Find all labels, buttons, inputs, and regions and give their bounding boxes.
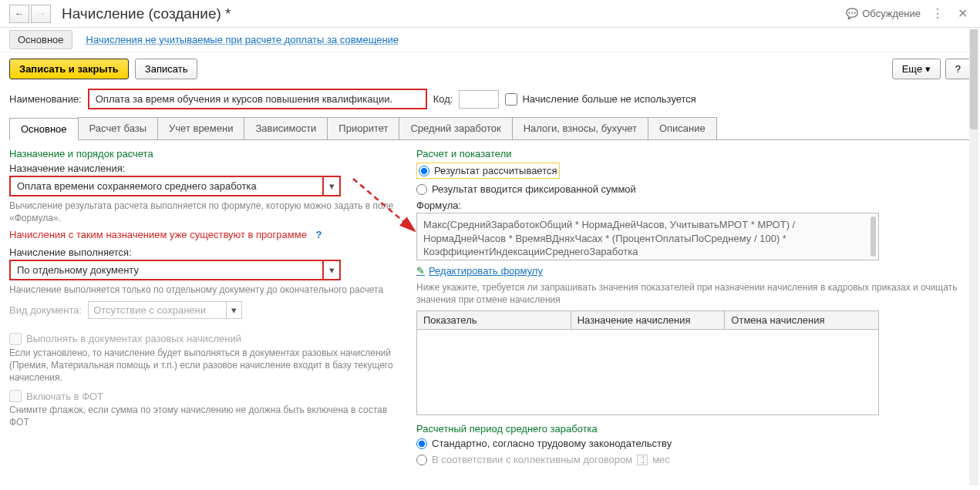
- exec-dropdown[interactable]: По отдельному документу ▾: [9, 260, 341, 280]
- chat-icon: 💬: [846, 8, 858, 19]
- nav-back-button[interactable]: ←: [9, 5, 29, 23]
- save-button[interactable]: Записать: [135, 59, 198, 79]
- more-button[interactable]: Еще ▾: [892, 59, 941, 79]
- arrow-right-icon: →: [36, 8, 46, 19]
- section-purpose-heading: Назначение и порядок расчета: [9, 148, 395, 159]
- tab-bar: Основное Расчет базы Учет времени Зависи…: [9, 117, 971, 140]
- exec-value: По отдельному документу: [11, 261, 322, 279]
- tab-base[interactable]: Расчет базы: [78, 117, 159, 139]
- formula-text: Макс(СреднийЗаработокОбщий * НормаДнейЧа…: [423, 219, 795, 257]
- radio-calculated-row[interactable]: Результат рассчитывается: [416, 163, 560, 179]
- chevron-down-icon: ▾: [226, 302, 241, 318]
- once-checkbox: [9, 333, 22, 345]
- discuss-label: Обсуждение: [862, 8, 921, 19]
- radio-period-contract-row[interactable]: В соответствии с коллективным договором …: [416, 454, 971, 465]
- disabled-checkbox-label: Начисление больше не используется: [522, 93, 695, 105]
- exec-label: Начисление выполняется:: [9, 247, 395, 258]
- radio-period-contract-label: В соответствии с коллективным договором: [432, 454, 632, 465]
- close-icon[interactable]: ✕: [955, 6, 971, 21]
- disabled-checkbox-row[interactable]: Начисление больше не используется: [505, 93, 695, 106]
- radio-fixed[interactable]: [416, 184, 427, 195]
- tab-average[interactable]: Средний заработок: [399, 117, 512, 139]
- chevron-down-icon: ▾: [322, 177, 339, 195]
- purpose-dropdown[interactable]: Оплата времени сохраняемого среднего зар…: [9, 176, 341, 196]
- th-cancel: Отмена начисления: [725, 311, 878, 330]
- tab-main[interactable]: Основное: [9, 118, 79, 140]
- subnav-link-exclusions[interactable]: Начисления не учитываемые при расчете до…: [86, 34, 399, 45]
- duplicate-warning: Начисления с таким назначением уже сущес…: [9, 229, 307, 240]
- section-calc-heading: Расчет и показатели: [416, 148, 971, 159]
- scrollbar-thumb[interactable]: [970, 29, 978, 129]
- disabled-checkbox[interactable]: [505, 93, 517, 106]
- chevron-down-icon: ▾: [925, 63, 931, 75]
- tab-desc[interactable]: Описание: [648, 117, 717, 139]
- code-input[interactable]: [459, 90, 499, 109]
- fot-checkbox-label: Включать в ФОТ: [26, 391, 103, 402]
- scrollbar-vertical[interactable]: [871, 216, 876, 257]
- radio-calculated[interactable]: [419, 166, 429, 176]
- radio-period-standard-label: Стандартно, согласно трудовому законодат…: [432, 438, 672, 449]
- tab-deps[interactable]: Зависимости: [244, 117, 328, 139]
- name-input[interactable]: Оплата за время обучения и курсов повыше…: [88, 89, 427, 109]
- tab-time[interactable]: Учет времени: [157, 117, 244, 139]
- code-label: Код:: [433, 93, 453, 105]
- tab-priority[interactable]: Приоритет: [327, 117, 399, 139]
- nav-forward-button[interactable]: →: [31, 5, 51, 23]
- radio-fixed-label: Результат вводится фиксированной суммой: [432, 183, 636, 195]
- subnav-main[interactable]: Основное: [9, 30, 72, 49]
- radio-calculated-label: Результат рассчитывается: [434, 165, 557, 176]
- doc-type-dropdown: Отсутствие с сохранени ▾: [88, 301, 242, 319]
- name-label: Наименование:: [9, 93, 82, 105]
- th-assign: Назначение начисления: [571, 311, 726, 330]
- radio-period-standard-row[interactable]: Стандартно, согласно трудовому законодат…: [416, 438, 971, 449]
- save-and-close-button[interactable]: Записать и закрыть: [9, 59, 129, 79]
- warning-help-icon[interactable]: ?: [316, 229, 322, 240]
- purpose-value: Оплата времени сохраняемого среднего зар…: [11, 177, 322, 195]
- discuss-button[interactable]: 💬 Обсуждение: [846, 8, 921, 19]
- purpose-label: Назначение начисления:: [9, 163, 395, 174]
- kebab-menu-icon[interactable]: ⋮: [928, 6, 947, 21]
- edit-formula-label: Редактировать формулу: [429, 265, 543, 277]
- tab-taxes[interactable]: Налоги, взносы, бухучет: [512, 117, 648, 139]
- once-hint: Если установлено, то начисление будет вы…: [9, 347, 395, 384]
- indicators-table: Показатель Назначение начисления Отмена …: [416, 310, 879, 415]
- th-indicator: Показатель: [417, 311, 571, 330]
- doc-type-value: Отсутствие с сохранени: [89, 302, 226, 318]
- edit-formula-link[interactable]: ✎ Редактировать формулу: [416, 265, 971, 277]
- radio-period-standard[interactable]: [416, 438, 427, 449]
- pencil-icon: ✎: [416, 265, 425, 277]
- fot-hint: Снимите флажок, если сумма по этому начи…: [9, 404, 395, 428]
- table-hint: Ниже укажите, требуется ли запрашивать з…: [416, 281, 971, 306]
- page-scrollbar[interactable]: [969, 29, 978, 485]
- help-button[interactable]: ?: [945, 59, 971, 79]
- once-checkbox-label: Выполнять в документах разовых начислени…: [26, 333, 241, 344]
- months-input: [637, 455, 648, 465]
- page-title: Начисление (создание) *: [62, 5, 231, 22]
- fot-checkbox: [9, 390, 22, 402]
- formula-label: Формула:: [416, 200, 971, 211]
- exec-hint: Начисление выполняется только по отдельн…: [9, 284, 395, 296]
- radio-period-contract[interactable]: [416, 455, 427, 465]
- chevron-down-icon: ▾: [322, 261, 339, 279]
- table-body-empty[interactable]: [417, 330, 878, 414]
- radio-fixed-row[interactable]: Результат вводится фиксированной суммой: [416, 183, 971, 195]
- formula-textarea[interactable]: Макс(СреднийЗаработокОбщий * НормаДнейЧа…: [416, 213, 879, 260]
- months-suffix: мес: [652, 454, 670, 465]
- doc-type-label: Вид документа:: [9, 304, 82, 316]
- purpose-hint: Вычисление результата расчета выполняетс…: [9, 200, 395, 224]
- fot-checkbox-row: Включать в ФОТ: [9, 390, 395, 402]
- arrow-left-icon: ←: [15, 8, 25, 19]
- once-checkbox-row: Выполнять в документах разовых начислени…: [9, 333, 395, 345]
- section-period-heading: Расчетный период среднего заработка: [416, 423, 971, 435]
